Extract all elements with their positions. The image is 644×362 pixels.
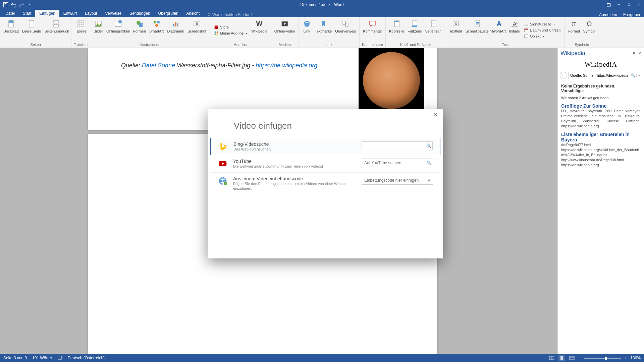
embed-code-box[interactable]: ➜ (362, 176, 433, 185)
zoom-in-button[interactable]: + (625, 356, 627, 360)
youtube-icon (218, 159, 228, 169)
youtube-desc: Die weltweit größte Community zum Teilen… (233, 164, 357, 169)
web-layout-icon[interactable] (569, 355, 575, 361)
bing-search-icon[interactable]: 🔍 (425, 143, 432, 148)
dialog-title: Video einfügen (208, 109, 443, 138)
youtube-search-box[interactable]: 🔍 (362, 159, 433, 167)
video-source-bing[interactable]: Bing-Videosuche Das Web durchsuchen 🔍 (210, 138, 440, 155)
svg-rect-68 (549, 356, 551, 360)
bing-search-input[interactable] (362, 143, 425, 148)
svg-rect-66 (224, 182, 227, 185)
svg-rect-69 (552, 356, 554, 360)
youtube-title: YouTube (233, 159, 357, 164)
status-page[interactable]: Seite 3 von 3 (3, 356, 27, 360)
youtube-search-icon[interactable]: 🔍 (425, 161, 433, 165)
svg-rect-71 (570, 356, 574, 360)
status-bar: Seite 3 von 3 191 Wörter Deutsch (Österr… (0, 354, 644, 362)
dialog-close-icon[interactable]: ✕ (432, 111, 440, 118)
zoom-level[interactable]: 130% (630, 356, 641, 360)
status-proofing-icon[interactable] (57, 355, 62, 361)
modal-overlay: ✕ Video einfügen Bing-Videosuche Das Web… (0, 0, 644, 362)
status-language[interactable]: Deutsch (Österreich) (67, 356, 105, 360)
zoom-out-button[interactable]: − (579, 356, 581, 360)
print-layout-icon[interactable] (558, 355, 565, 361)
embed-code-input[interactable] (362, 178, 425, 183)
bing-desc: Das Web durchsuchen (233, 147, 356, 152)
embed-submit-icon[interactable]: ➜ (425, 178, 433, 183)
embed-desc: Fügen Sie den Einbettungscode ein, um ei… (233, 181, 357, 191)
svg-rect-67 (58, 356, 61, 359)
video-source-embed[interactable]: Aus einem Videoeinbettungscode Fügen Sie… (210, 172, 440, 194)
bing-search-box[interactable]: 🔍 (362, 141, 433, 150)
svg-rect-70 (560, 356, 563, 360)
insert-video-dialog: ✕ Video einfügen Bing-Videosuche Das Web… (208, 109, 443, 258)
embed-title: Aus einem Videoeinbettungscode (233, 176, 357, 181)
bing-title: Bing-Videosuche (233, 141, 356, 147)
embed-icon (218, 176, 228, 186)
zoom-slider[interactable] (584, 358, 621, 359)
bing-icon (218, 141, 228, 152)
read-mode-icon[interactable] (548, 355, 555, 361)
youtube-search-input[interactable] (362, 161, 425, 165)
video-source-youtube[interactable]: YouTube Die weltweit größte Community zu… (210, 155, 440, 172)
status-word-count[interactable]: 191 Wörter (32, 356, 52, 360)
